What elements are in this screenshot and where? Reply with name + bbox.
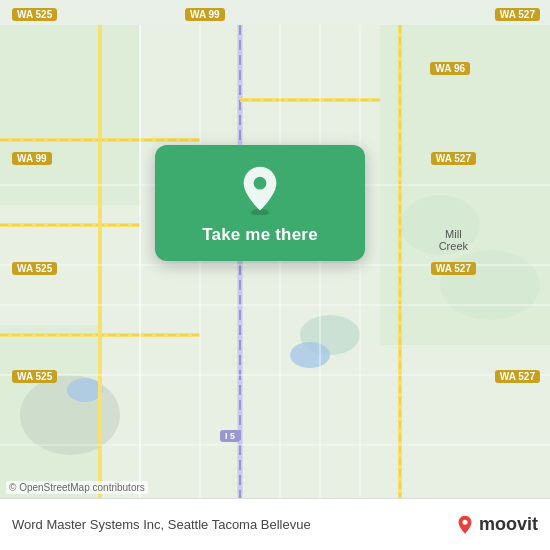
take-me-there-button[interactable]: Take me there <box>155 145 365 261</box>
svg-point-9 <box>290 342 330 368</box>
svg-point-38 <box>254 177 267 190</box>
road-label-wa527-top: WA 527 <box>495 8 540 21</box>
road-label-wa527-bottom: WA 527 <box>431 262 476 275</box>
svg-point-7 <box>440 250 540 320</box>
svg-rect-2 <box>380 25 550 145</box>
svg-point-39 <box>462 519 467 524</box>
road-label-wa99-top: WA 99 <box>185 8 225 21</box>
road-label-wa99-mid: WA 99 <box>12 152 52 165</box>
road-label-wa525-bottom: WA 525 <box>12 262 57 275</box>
road-label-wa525-3: WA 525 <box>12 370 57 383</box>
location-pin-icon <box>235 165 285 215</box>
road-label-wa96: WA 96 <box>430 62 470 75</box>
take-me-there-label: Take me there <box>202 225 318 245</box>
location-text: Word Master Systems Inc, Seattle Tacoma … <box>12 517 455 532</box>
bottom-bar: Word Master Systems Inc, Seattle Tacoma … <box>0 498 550 550</box>
moovit-logo: moovit <box>455 514 538 535</box>
svg-point-10 <box>67 378 103 402</box>
svg-rect-1 <box>0 25 140 205</box>
moovit-pin-icon <box>455 515 475 535</box>
place-label-mill-creek: MillCreek <box>439 228 468 252</box>
road-label-wa527-mid: WA 527 <box>431 152 476 165</box>
map-background <box>0 0 550 550</box>
road-label-wa525-top: WA 525 <box>12 8 57 21</box>
map-container: WA 525 WA 99 WA 527 WA 96 WA 99 WA 527 W… <box>0 0 550 550</box>
moovit-text: moovit <box>479 514 538 535</box>
road-label-wa527-3: WA 527 <box>495 370 540 383</box>
copyright-text: © OpenStreetMap contributors <box>6 481 148 494</box>
road-label-i5: I 5 <box>220 430 240 442</box>
